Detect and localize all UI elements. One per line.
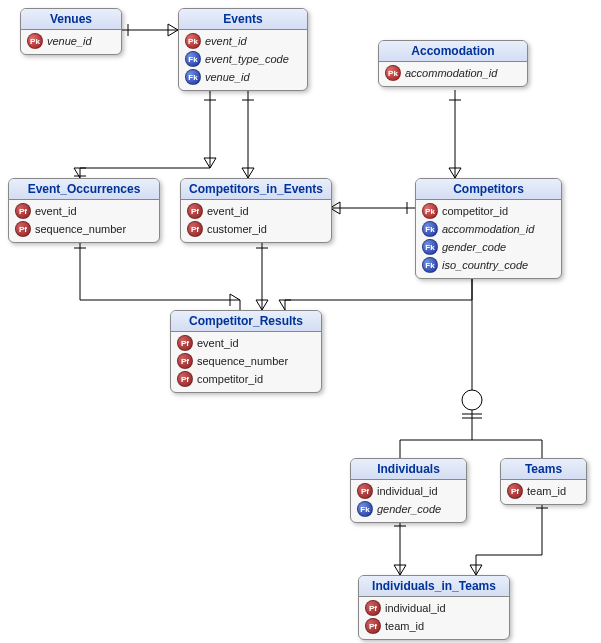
attr-list: Pk accommodation_id xyxy=(379,62,527,86)
pf-icon: Pf xyxy=(187,221,203,237)
attr-list: Pf team_id xyxy=(501,480,586,504)
attr-label: individual_id xyxy=(377,485,438,497)
attr-row: Pf event_id xyxy=(13,202,155,220)
entity-individuals-in-teams: Individuals_in_Teams Pf individual_id Pf… xyxy=(358,575,510,640)
attr-row: Pf sequence_number xyxy=(13,220,155,238)
attr-label: iso_country_code xyxy=(442,259,528,271)
attr-row: Pk accommodation_id xyxy=(383,64,523,82)
entity-competitors-in-events: Competitors_in_Events Pf event_id Pf cus… xyxy=(180,178,332,243)
fk-icon: Fk xyxy=(422,257,438,273)
entity-venues: Venues Pk venue_id xyxy=(20,8,122,55)
attr-row: Pf individual_id xyxy=(363,599,505,617)
attr-row: Fk event_type_code xyxy=(183,50,303,68)
attr-label: sequence_number xyxy=(197,355,288,367)
attr-label: event_id xyxy=(205,35,247,47)
attr-list: Pf individual_id Pf team_id xyxy=(359,597,509,639)
attr-label: venue_id xyxy=(205,71,250,83)
pk-icon: Pk xyxy=(385,65,401,81)
entity-title: Accomodation xyxy=(379,41,527,62)
pf-icon: Pf xyxy=(187,203,203,219)
pf-icon: Pf xyxy=(177,371,193,387)
entity-competitor-results: Competitor_Results Pf event_id Pf sequen… xyxy=(170,310,322,393)
attr-row: Fk venue_id xyxy=(183,68,303,86)
attr-label: accommodation_id xyxy=(405,67,497,79)
attr-label: gender_code xyxy=(442,241,506,253)
entity-title: Competitors_in_Events xyxy=(181,179,331,200)
attr-list: Pk venue_id xyxy=(21,30,121,54)
attr-label: venue_id xyxy=(47,35,92,47)
entity-title: Event_Occurrences xyxy=(9,179,159,200)
pf-icon: Pf xyxy=(177,335,193,351)
pf-icon: Pf xyxy=(15,203,31,219)
attr-row: Pk event_id xyxy=(183,32,303,50)
attr-row: Pf team_id xyxy=(363,617,505,635)
fk-icon: Fk xyxy=(422,221,438,237)
attr-row: Pf individual_id xyxy=(355,482,462,500)
attr-list: Pf individual_id Fk gender_code xyxy=(351,480,466,522)
entity-accomodation: Accomodation Pk accommodation_id xyxy=(378,40,528,87)
entity-title: Venues xyxy=(21,9,121,30)
attr-row: Pf competitor_id xyxy=(175,370,317,388)
entity-title: Teams xyxy=(501,459,586,480)
entity-teams: Teams Pf team_id xyxy=(500,458,587,505)
er-diagram: Venues Pk venue_id Events Pk event_id Fk… xyxy=(0,0,601,643)
fk-icon: Fk xyxy=(185,69,201,85)
svg-point-24 xyxy=(462,390,482,410)
attr-row: Pk competitor_id xyxy=(420,202,557,220)
attr-label: accommodation_id xyxy=(442,223,534,235)
entity-title: Individuals_in_Teams xyxy=(359,576,509,597)
pf-icon: Pf xyxy=(357,483,373,499)
attr-row: Fk accommodation_id xyxy=(420,220,557,238)
attr-list: Pf event_id Pf sequence_number xyxy=(9,200,159,242)
fk-icon: Fk xyxy=(185,51,201,67)
pf-icon: Pf xyxy=(507,483,523,499)
attr-label: customer_id xyxy=(207,223,267,235)
attr-row: Pf event_id xyxy=(175,334,317,352)
pf-icon: Pf xyxy=(177,353,193,369)
entity-title: Events xyxy=(179,9,307,30)
attr-label: competitor_id xyxy=(197,373,263,385)
attr-row: Fk gender_code xyxy=(420,238,557,256)
attr-row: Pf sequence_number xyxy=(175,352,317,370)
attr-label: gender_code xyxy=(377,503,441,515)
pk-icon: Pk xyxy=(185,33,201,49)
attr-row: Fk gender_code xyxy=(355,500,462,518)
attr-row: Pf event_id xyxy=(185,202,327,220)
pf-icon: Pf xyxy=(365,600,381,616)
attr-list: Pf event_id Pf customer_id xyxy=(181,200,331,242)
entity-events: Events Pk event_id Fk event_type_code Fk… xyxy=(178,8,308,91)
attr-label: team_id xyxy=(527,485,566,497)
attr-label: sequence_number xyxy=(35,223,126,235)
pk-icon: Pk xyxy=(422,203,438,219)
entity-competitors: Competitors Pk competitor_id Fk accommod… xyxy=(415,178,562,279)
entity-title: Competitor_Results xyxy=(171,311,321,332)
pf-icon: Pf xyxy=(365,618,381,634)
attr-label: event_id xyxy=(197,337,239,349)
entity-event-occurrences: Event_Occurrences Pf event_id Pf sequenc… xyxy=(8,178,160,243)
pf-icon: Pf xyxy=(15,221,31,237)
attr-list: Pf event_id Pf sequence_number Pf compet… xyxy=(171,332,321,392)
attr-list: Pk competitor_id Fk accommodation_id Fk … xyxy=(416,200,561,278)
attr-label: team_id xyxy=(385,620,424,632)
attr-label: event_id xyxy=(207,205,249,217)
attr-label: event_id xyxy=(35,205,77,217)
pk-icon: Pk xyxy=(27,33,43,49)
entity-title: Competitors xyxy=(416,179,561,200)
fk-icon: Fk xyxy=(422,239,438,255)
entity-title: Individuals xyxy=(351,459,466,480)
attr-label: competitor_id xyxy=(442,205,508,217)
attr-row: Fk iso_country_code xyxy=(420,256,557,274)
fk-icon: Fk xyxy=(357,501,373,517)
attr-row: Pf team_id xyxy=(505,482,582,500)
attr-label: individual_id xyxy=(385,602,446,614)
attr-list: Pk event_id Fk event_type_code Fk venue_… xyxy=(179,30,307,90)
entity-individuals: Individuals Pf individual_id Fk gender_c… xyxy=(350,458,467,523)
attr-row: Pf customer_id xyxy=(185,220,327,238)
attr-label: event_type_code xyxy=(205,53,289,65)
attr-row: Pk venue_id xyxy=(25,32,117,50)
